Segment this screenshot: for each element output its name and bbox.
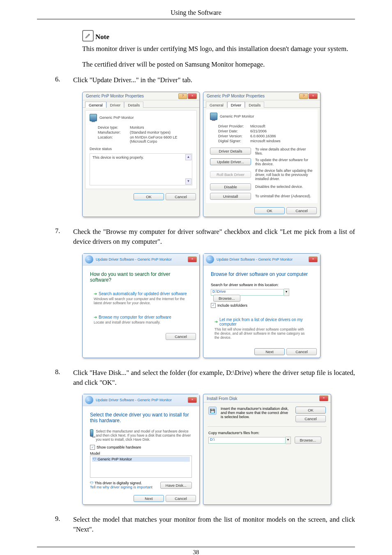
driver-details-button[interactable]: Driver Details (210, 148, 251, 155)
option-pick-desc: This list will show installed driver sof… (214, 327, 309, 340)
sig-label: Digital Signer: (218, 139, 250, 143)
install-msg: Insert the manufacturer's installation d… (221, 407, 291, 422)
scroll-up-icon[interactable]: ▲ (185, 154, 191, 160)
titlebar: Install From Disk × (203, 394, 331, 402)
model-list[interactable]: 🛡 Generic PnP Monitor (90, 456, 192, 478)
option-pick[interactable]: ➔Let me pick from a list of device drive… (211, 314, 313, 342)
wiz-title: Browse for driver software on your compu… (211, 271, 313, 277)
wiz-title: How do you want to search for driver sof… (90, 271, 192, 283)
close-button[interactable]: × (309, 93, 318, 99)
next-button[interactable]: Next (134, 495, 164, 502)
include-label: Include subfolders (217, 303, 247, 308)
model-item-label: Generic PnP Monitor (98, 457, 132, 461)
tab-details[interactable]: Details (245, 102, 264, 108)
note-block: Note This monitor driver is under certif… (82, 30, 355, 69)
scroll-down-icon[interactable]: ▼ (185, 178, 191, 185)
option-browse-desc: Locate and install driver software manua… (94, 320, 188, 324)
wizard-search-window: ← Update Driver Software - Generic PnP M… (82, 253, 200, 358)
install-from-disk-dialog: Install From Disk × 💾 Insert the manufac… (203, 394, 331, 505)
cancel-button[interactable]: Cancel (286, 207, 317, 214)
rollback-button[interactable]: Roll Back Driver (210, 171, 251, 178)
tab-general[interactable]: General (85, 102, 106, 108)
close-button[interactable]: × (188, 93, 197, 99)
back-icon[interactable]: ← (206, 255, 214, 264)
wizard-browse-window: ← Update Driver Software - Generic PnP M… (203, 253, 321, 358)
uninstall-button[interactable]: Uninstall (210, 193, 251, 200)
monitor-icon (90, 114, 97, 121)
arrow-icon: ➔ (214, 319, 218, 324)
copy-path-input[interactable]: D:\ (208, 437, 286, 444)
tab-pane: Generic PnP Monitor Device type:Monitors… (85, 110, 197, 189)
tab-driver[interactable]: Driver (227, 102, 245, 108)
shield-icon: 🛡 (90, 481, 94, 485)
signing-link[interactable]: Tell me why driver signing is important (90, 485, 152, 489)
tab-driver[interactable]: Driver (106, 102, 124, 108)
cancel-button[interactable]: Cancel (295, 415, 326, 422)
wiz-crumb: Update Driver Software - Generic PnP Mon… (96, 257, 172, 261)
close-button[interactable]: × (188, 397, 197, 403)
arrow-icon: ➔ (94, 315, 97, 319)
help-button[interactable]: ? (178, 93, 187, 99)
option-auto-title: Search automatically for updated driver … (99, 291, 187, 296)
ok-button[interactable]: OK (295, 407, 326, 414)
cancel-button[interactable]: Cancel (286, 348, 317, 355)
option-auto[interactable]: ➔Search automatically for updated driver… (90, 289, 192, 308)
tab-details[interactable]: Details (124, 102, 143, 108)
dropdown-icon[interactable]: ▾ (284, 289, 289, 296)
device-name: Generic PnP Monitor (220, 114, 254, 118)
have-disk-button[interactable]: Have Disk... (160, 482, 192, 489)
figure-8: ← Update Driver Software - Generic PnP M… (82, 394, 355, 505)
step-7: 7. Check the "Browse my computer for dri… (55, 227, 355, 247)
close-button[interactable]: × (188, 257, 197, 262)
driver-actions: Driver DetailsTo view details about the … (210, 147, 314, 200)
browse-button[interactable]: Browse... (295, 437, 322, 444)
back-icon[interactable]: ← (85, 396, 93, 404)
wiz-head: ← Update Driver Software - Generic PnP M… (83, 394, 199, 406)
tabs: General Driver Details (83, 101, 199, 108)
dialog-buttons: OK Cancel (203, 205, 320, 217)
help-button[interactable]: ? (299, 93, 308, 99)
next-button[interactable]: Next (254, 348, 285, 355)
window-controls: ? × (178, 93, 197, 99)
close-button[interactable]: × (309, 257, 318, 262)
option-pick-title: Let me pick from a list of device driver… (219, 317, 309, 326)
uninstall-desc: To uninstall the driver (Advanced). (255, 194, 311, 198)
dropdown-icon[interactable]: ▾ (286, 437, 291, 444)
wiz-crumb: Update Driver Software - Generic PnP Mon… (217, 257, 293, 261)
device-header: Generic PnP Monitor (210, 113, 314, 120)
step-6-num: 6. (55, 75, 63, 83)
signed-label: This driver is digitally signed. (95, 481, 142, 485)
browse-button[interactable]: Browse... (213, 295, 240, 302)
ok-button[interactable]: OK (254, 207, 285, 214)
update-driver-button[interactable]: Update Driver... (210, 158, 251, 165)
cancel-button[interactable]: Cancel (166, 333, 196, 340)
loc-value: on NVIDIA GeForce 6600 LE (Microsoft Cor… (130, 135, 192, 143)
disable-button[interactable]: Disable (210, 183, 251, 190)
option-browse-title: Browse my computer for driver software (99, 315, 171, 319)
devtype-value: Monitors (130, 125, 144, 130)
tab-general[interactable]: General (206, 102, 227, 108)
wiz-head: ← Update Driver Software - Generic PnP M… (83, 254, 199, 266)
option-browse[interactable]: ➔Browse my computer for driver software … (90, 312, 192, 327)
ver-value: 6.0.6000.16386 (250, 134, 276, 138)
date-value: 6/21/2006 (250, 129, 267, 133)
devtype-label: Device type: (98, 125, 130, 130)
include-subfolders[interactable]: ✓ Include subfolders (211, 303, 247, 308)
close-button[interactable]: × (319, 395, 328, 401)
figure-6: Generic PnP Monitor Properties ? × Gener… (82, 92, 355, 217)
back-icon[interactable]: ← (85, 255, 93, 264)
device-header: Generic PnP Monitor (90, 114, 192, 121)
cancel-button[interactable]: Cancel (166, 193, 196, 200)
show-compatible[interactable]: ✓ Show compatible hardware (90, 445, 141, 450)
show-compatible-label: Show compatible hardware (97, 445, 141, 449)
ok-button[interactable]: OK (134, 193, 164, 200)
note-title: Note (95, 33, 109, 42)
checkbox-icon: ✓ (211, 303, 216, 308)
page-number: 38 (193, 549, 199, 555)
cancel-button[interactable]: Cancel (166, 495, 196, 502)
window-title: Install From Disk (207, 396, 237, 401)
dialog-buttons: OK Cancel (83, 191, 199, 203)
wiz-title: Select the device driver you want to ins… (90, 412, 192, 423)
date-label: Driver Date: (218, 129, 250, 133)
device-name: Generic PnP Monitor (99, 116, 134, 120)
